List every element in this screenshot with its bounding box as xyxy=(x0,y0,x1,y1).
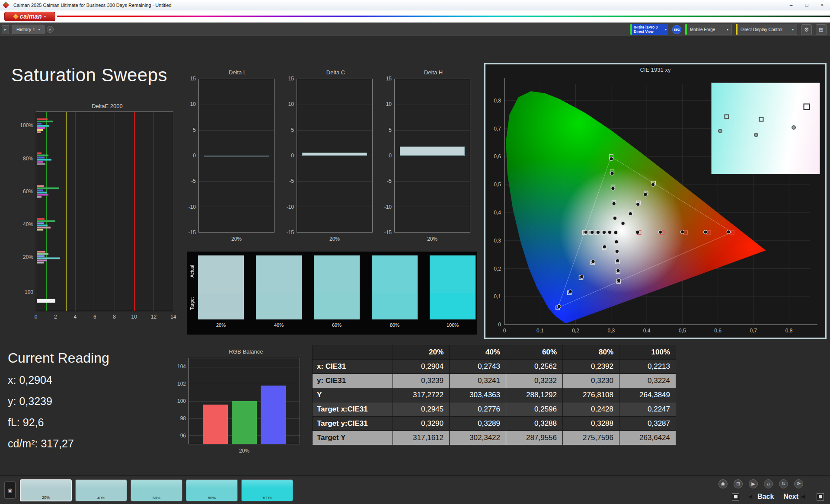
layout-toggle-button[interactable] xyxy=(817,493,824,501)
deltae-bar xyxy=(37,129,43,131)
table-cell: 0,2945 xyxy=(393,402,450,417)
gridline xyxy=(153,112,154,311)
gridline xyxy=(199,130,274,131)
table-row: Target Y317,1612302,3422287,9556275,7596… xyxy=(313,431,676,445)
refresh-icon[interactable]: ↻ xyxy=(779,479,788,488)
svg-text:0,1: 0,1 xyxy=(536,328,544,334)
deltae-bar xyxy=(37,125,49,127)
panel-collapse-button[interactable]: ▸ xyxy=(2,25,9,34)
home-icon[interactable]: ⌂ xyxy=(764,479,773,488)
saturation-thumbnail[interactable]: 100% xyxy=(241,479,293,501)
tick-label: 10 xyxy=(282,101,294,107)
sync-icon[interactable]: ⟳ xyxy=(794,479,803,488)
brand-text: calman xyxy=(20,13,42,20)
grid-icon[interactable]: ⊞ xyxy=(734,479,743,488)
next-button[interactable]: Next xyxy=(783,493,807,501)
tick-label: -10 xyxy=(184,204,196,210)
row-label: Target Y xyxy=(313,431,393,445)
cie-actual-point xyxy=(629,212,632,215)
table-cell: 0,3290 xyxy=(393,417,450,431)
delta-bar xyxy=(400,147,465,156)
column-header: 60% xyxy=(506,345,563,360)
svg-text:0,6: 0,6 xyxy=(714,328,721,334)
tick-label: 15 xyxy=(380,76,392,82)
tick-label: 2 xyxy=(54,314,57,320)
saturation-thumbnail[interactable]: 80% xyxy=(186,479,238,501)
display-control-dropdown[interactable]: Direct Display Control ▾ xyxy=(736,24,797,35)
source-dropdown[interactable]: Mobile Forge ▾ xyxy=(685,24,732,35)
tab-history-1[interactable]: History 1 ▾ xyxy=(12,25,45,34)
thumbnail-label: 60% xyxy=(131,496,182,500)
cie-actual-point xyxy=(610,172,614,175)
chart-title: Delta L xyxy=(184,69,277,76)
tick-label: 0 xyxy=(35,314,38,320)
tick-label: 0 xyxy=(184,153,196,159)
eye-icon[interactable]: ◉ xyxy=(718,479,728,488)
eye-icon[interactable]: ◉ xyxy=(4,482,16,499)
saturation-thumbnail[interactable]: 40% xyxy=(75,479,127,501)
gridline xyxy=(395,105,470,105)
deltae-bar xyxy=(37,127,45,129)
checkbox-button[interactable] xyxy=(732,493,739,501)
tick-label: 100% xyxy=(19,122,33,128)
column-header: 100% xyxy=(619,345,676,360)
speaker-icon xyxy=(749,494,754,499)
table-cell: 0,2596 xyxy=(506,402,563,417)
table-cell: 0,3289 xyxy=(450,417,506,431)
tick-label: 15 xyxy=(282,76,294,82)
deltae-bar xyxy=(37,229,43,230)
gridline xyxy=(395,156,470,156)
gridline xyxy=(297,130,372,131)
bar-group xyxy=(37,118,173,134)
bar-group xyxy=(37,152,173,166)
minimize-button[interactable]: – xyxy=(783,0,799,10)
deltae-plot xyxy=(36,112,173,311)
cie-actual-point xyxy=(611,187,615,190)
svg-text:0,6: 0,6 xyxy=(494,153,501,159)
maximize-button[interactable]: □ xyxy=(799,0,814,10)
saturation-thumbnail[interactable]: 20% xyxy=(20,479,72,501)
table-cell: 0,2562 xyxy=(506,360,563,374)
calman-logo-button[interactable]: calman ▾ xyxy=(4,12,55,21)
gridline xyxy=(297,105,372,105)
bar-group xyxy=(37,250,173,264)
gridline xyxy=(56,112,56,311)
table-row: x: CIE310,29040,27430,25620,23920,2213 xyxy=(313,360,676,374)
table-cell: 0,3239 xyxy=(393,374,450,388)
gear-icon[interactable]: ⚙ xyxy=(801,24,812,35)
gridline xyxy=(199,105,274,105)
delta-plot xyxy=(198,79,275,233)
gridline xyxy=(199,207,274,207)
target-row-label: Target xyxy=(188,287,195,320)
cie-actual-point xyxy=(568,290,572,293)
title-bar: Calman 2025 Calman Ultimate for Business… xyxy=(0,0,830,10)
tab-scroll-button[interactable]: ▸ xyxy=(47,26,54,33)
table-cell: 317,2722 xyxy=(393,388,450,402)
measurement-count-badge[interactable]: 692 xyxy=(672,25,681,34)
deltae-bar xyxy=(37,194,48,196)
swatch-cell: 40% xyxy=(255,255,302,328)
column-header xyxy=(313,345,393,360)
swatch-target xyxy=(256,293,302,319)
meter-dropdown[interactable]: X-Rite i1Pro 3 Direct View ▾ xyxy=(630,24,668,35)
play-icon[interactable]: ▶ xyxy=(749,479,758,488)
svg-text:0,1: 0,1 xyxy=(494,293,501,300)
checkbox-inner xyxy=(734,495,737,498)
swatch-label: 40% xyxy=(255,322,302,328)
swatch-cell: 20% xyxy=(198,255,244,328)
table-cell: 0,3230 xyxy=(563,374,619,388)
next-label: Next xyxy=(783,493,798,501)
chart-title: Delta H xyxy=(380,69,472,76)
cie-whitepoint-actual xyxy=(614,231,617,234)
table-cell: 302,3422 xyxy=(450,431,506,445)
current-reading: Current Reading x: 0,2904y: 0,3239fL: 92… xyxy=(8,350,109,459)
svg-text:0,4: 0,4 xyxy=(494,210,501,216)
table-cell: 0,2776 xyxy=(450,402,506,417)
back-label: Back xyxy=(757,493,774,501)
close-button[interactable]: × xyxy=(814,0,830,10)
cie-actual-point xyxy=(580,275,584,278)
saturation-thumbnail[interactable]: 60% xyxy=(131,479,182,501)
gridline xyxy=(297,156,372,156)
layout-grid-icon[interactable]: ⊞ xyxy=(816,24,827,35)
back-button[interactable]: Back xyxy=(749,493,774,501)
